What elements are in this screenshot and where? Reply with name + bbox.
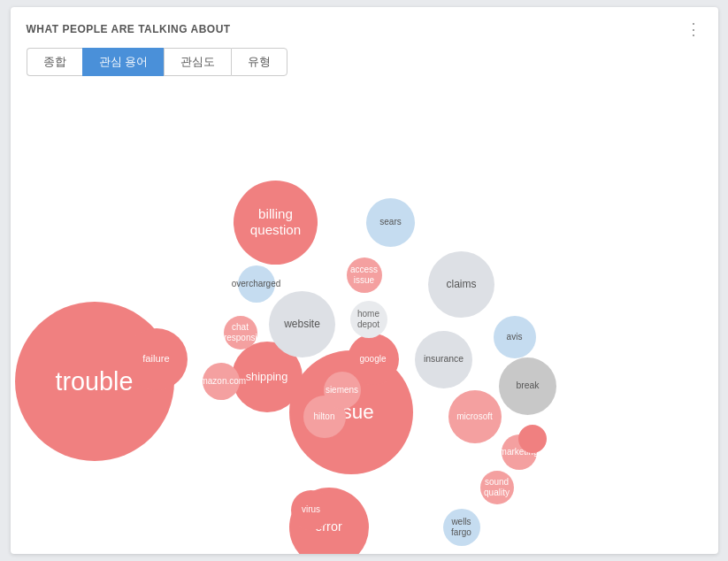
bubble-label-avis: avis: [507, 332, 523, 342]
bubble-label-sears: sears: [379, 217, 401, 227]
bubble-home-depot[interactable]: home depot: [350, 301, 387, 338]
bubble-chart: troubleissuebilling questionerrorshippin…: [11, 85, 718, 554]
bubble-claims[interactable]: claims: [428, 251, 494, 318]
tab-summary[interactable]: 종합: [27, 48, 82, 76]
bubble-label-microsoft: microsoft: [456, 411, 493, 422]
bubble-siemens[interactable]: siemens: [324, 372, 361, 409]
tab-bar: 종합관심 용어관심도유형: [11, 48, 718, 85]
bubble-billing-question[interactable]: billing question: [234, 181, 318, 265]
bubble-virus[interactable]: virus: [291, 490, 331, 530]
bubble-microsoft[interactable]: microsoft: [448, 390, 502, 443]
main-card: WHAT PEOPLE ARE TALKING ABOUT ⋮ 종합관심 용어관…: [11, 7, 718, 554]
bubble-label-break: break: [517, 380, 540, 391]
tab-interest-term[interactable]: 관심 용어: [82, 48, 165, 76]
bubble-label-overcharged: overcharged: [232, 279, 281, 289]
bubble-label-claims: claims: [446, 278, 476, 290]
bubble-label-amazon: amazon.com: [195, 376, 246, 387]
bubble-avis[interactable]: avis: [494, 316, 536, 358]
bubble-website[interactable]: website: [269, 291, 335, 357]
bubble-insurance[interactable]: insurance: [415, 331, 472, 388]
bubble-label-siemens: siemens: [326, 385, 358, 396]
tab-type[interactable]: 유형: [231, 48, 287, 76]
card-header: WHAT PEOPLE ARE TALKING ABOUT ⋮: [11, 7, 718, 48]
bubble-failure[interactable]: failure: [126, 328, 188, 390]
bubble-label-chat-unresponsive: chat unresponsive: [214, 322, 266, 343]
bubble-label-google: google: [359, 354, 386, 365]
bubble-label-virus: virus: [302, 504, 320, 515]
bubble-small-pink-1[interactable]: [518, 425, 547, 453]
bubble-wells-fargo[interactable]: wells fargo: [443, 509, 480, 546]
bubble-chat-unresponsive[interactable]: chat unresponsive: [224, 316, 257, 350]
bubble-label-wells-fargo: wells fargo: [443, 517, 480, 538]
bubble-sound-quality[interactable]: sound quality: [480, 471, 514, 504]
bubble-sears[interactable]: sears: [366, 198, 415, 247]
bubble-label-shipping: shipping: [246, 370, 288, 383]
bubble-overcharged[interactable]: overcharged: [238, 265, 275, 303]
bubble-label-insurance: insurance: [424, 354, 464, 365]
bubble-label-billing-question: billing question: [234, 206, 318, 238]
bubble-label-sound-quality: sound quality: [480, 477, 514, 498]
bubble-label-access-issue: access issue: [347, 265, 382, 286]
bubble-label-trouble: trouble: [55, 366, 133, 397]
tab-interest-level[interactable]: 관심도: [164, 48, 231, 76]
bubble-label-home-depot: home depot: [350, 309, 387, 330]
card-title: WHAT PEOPLE ARE TALKING ABOUT: [27, 23, 231, 35]
bubble-break[interactable]: break: [499, 357, 556, 415]
more-options-icon[interactable]: ⋮: [686, 19, 702, 39]
bubble-label-failure: failure: [142, 353, 169, 365]
bubble-amazon[interactable]: amazon.com: [203, 363, 240, 400]
bubble-label-hilton: hilton: [314, 411, 335, 422]
bubble-access-issue[interactable]: access issue: [347, 257, 382, 293]
bubble-label-website: website: [284, 318, 320, 330]
